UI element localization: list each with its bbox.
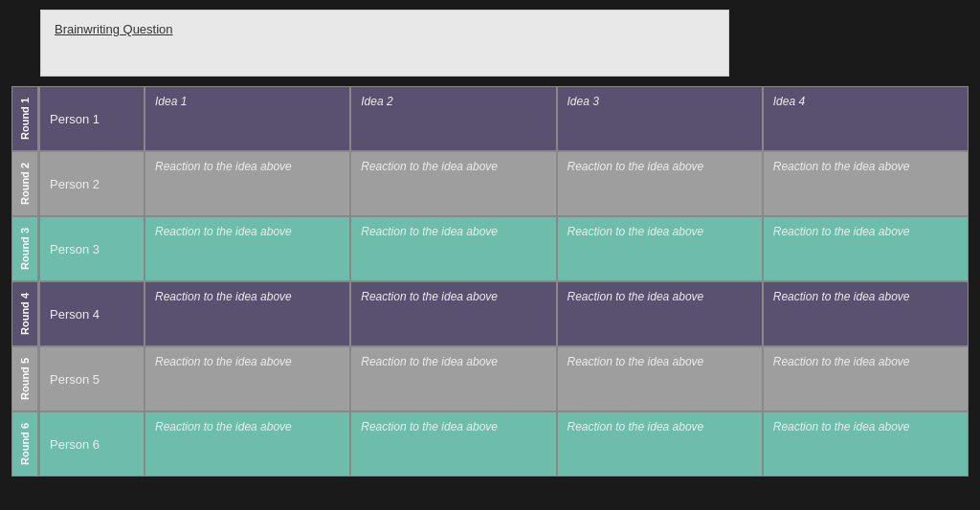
reaction-text-6-4: Reaction to the idea above bbox=[773, 420, 910, 433]
person-cell-5: Person 5 bbox=[39, 346, 145, 411]
reaction-text-3-1: Reaction to the idea above bbox=[155, 225, 292, 238]
reaction-text-6-2: Reaction to the idea above bbox=[361, 420, 498, 433]
idea-cell-1-4[interactable]: Idea 4 bbox=[763, 86, 969, 151]
reaction-text-4-3: Reaction to the idea above bbox=[568, 290, 704, 303]
reaction-text-3-3: Reaction to the idea above bbox=[568, 225, 704, 238]
round-label-1: Round 1 bbox=[11, 86, 38, 151]
main-container: Brainwriting Question Round 1 Round 2 Ro… bbox=[11, 10, 969, 477]
reaction-cell-5-4[interactable]: Reaction to the idea above bbox=[763, 346, 969, 411]
person-cell-1: Person 1 bbox=[39, 86, 145, 151]
person-cell-2: Person 2 bbox=[39, 151, 145, 216]
idea-text-1-4: Idea 4 bbox=[773, 95, 805, 108]
reaction-cell-3-2[interactable]: Reaction to the idea above bbox=[350, 216, 556, 281]
reaction-cell-2-1[interactable]: Reaction to the idea above bbox=[145, 151, 350, 216]
reaction-cell-5-1[interactable]: Reaction to the idea above bbox=[145, 346, 350, 411]
reaction-text-2-2: Reaction to the idea above bbox=[361, 160, 498, 173]
reaction-cell-4-4[interactable]: Reaction to the idea above bbox=[763, 281, 969, 346]
reaction-text-5-3: Reaction to the idea above bbox=[568, 355, 704, 368]
round-label-4: Round 4 bbox=[11, 281, 38, 346]
reaction-text-6-3: Reaction to the idea above bbox=[568, 420, 704, 433]
idea-text-1-1: Idea 1 bbox=[155, 95, 187, 108]
reaction-cell-2-3[interactable]: Reaction to the idea above bbox=[557, 151, 763, 216]
reaction-text-5-4: Reaction to the idea above bbox=[773, 355, 910, 368]
reaction-cell-2-2[interactable]: Reaction to the idea above bbox=[350, 151, 556, 216]
reaction-text-4-1: Reaction to the idea above bbox=[155, 290, 292, 303]
idea-cell-1-2[interactable]: Idea 2 bbox=[350, 86, 556, 151]
idea-text-1-3: Idea 3 bbox=[568, 95, 599, 108]
question-label: Brainwriting Question bbox=[55, 22, 173, 36]
reaction-text-2-1: Reaction to the idea above bbox=[155, 160, 292, 173]
person-name-1: Person 1 bbox=[50, 112, 100, 126]
reaction-cell-4-2[interactable]: Reaction to the idea above bbox=[350, 281, 556, 346]
round-label-5: Round 5 bbox=[11, 346, 38, 411]
reaction-cell-2-4[interactable]: Reaction to the idea above bbox=[763, 151, 969, 216]
reaction-text-3-2: Reaction to the idea above bbox=[361, 225, 498, 238]
person-name-6: Person 6 bbox=[50, 437, 100, 452]
reaction-cell-6-1[interactable]: Reaction to the idea above bbox=[145, 411, 350, 477]
person-name-2: Person 2 bbox=[50, 177, 100, 191]
reaction-text-5-2: Reaction to the idea above bbox=[361, 355, 498, 368]
reaction-text-5-1: Reaction to the idea above bbox=[155, 355, 292, 368]
reaction-cell-3-4[interactable]: Reaction to the idea above bbox=[763, 216, 969, 281]
reaction-cell-3-1[interactable]: Reaction to the idea above bbox=[145, 216, 350, 281]
reaction-cell-4-3[interactable]: Reaction to the idea above bbox=[557, 281, 763, 346]
round-label-2: Round 2 bbox=[11, 151, 38, 216]
reaction-cell-3-3[interactable]: Reaction to the idea above bbox=[557, 216, 763, 281]
reaction-text-6-1: Reaction to the idea above bbox=[155, 420, 292, 433]
reaction-cell-4-1[interactable]: Reaction to the idea above bbox=[145, 281, 350, 346]
reaction-cell-6-3[interactable]: Reaction to the idea above bbox=[557, 411, 763, 477]
person-cell-6: Person 6 bbox=[39, 411, 145, 477]
person-name-3: Person 3 bbox=[50, 242, 100, 256]
rounds-column: Round 1 Round 2 Round 3 Round 4 Round 5 … bbox=[11, 86, 38, 477]
reaction-text-3-4: Reaction to the idea above bbox=[773, 225, 910, 238]
reaction-cell-5-2[interactable]: Reaction to the idea above bbox=[350, 346, 556, 411]
table-wrapper: Round 1 Round 2 Round 3 Round 4 Round 5 … bbox=[11, 86, 969, 477]
round-label-6: Round 6 bbox=[11, 411, 38, 477]
reaction-cell-6-4[interactable]: Reaction to the idea above bbox=[763, 411, 969, 477]
idea-cell-1-1[interactable]: Idea 1 bbox=[145, 86, 350, 151]
reaction-text-4-4: Reaction to the idea above bbox=[773, 290, 910, 303]
reaction-text-2-4: Reaction to the idea above bbox=[773, 160, 910, 173]
person-name-4: Person 4 bbox=[50, 307, 100, 322]
person-cell-3: Person 3 bbox=[39, 216, 145, 281]
round-label-3: Round 3 bbox=[11, 216, 38, 281]
reaction-cell-5-3[interactable]: Reaction to the idea above bbox=[557, 346, 763, 411]
idea-text-1-2: Idea 2 bbox=[361, 95, 392, 108]
brainwriting-grid: Person 1 Idea 1 Idea 2 Idea 3 Idea 4 Per… bbox=[38, 86, 969, 477]
reaction-text-2-3: Reaction to the idea above bbox=[568, 160, 704, 173]
idea-cell-1-3[interactable]: Idea 3 bbox=[557, 86, 763, 151]
question-box[interactable]: Brainwriting Question bbox=[40, 10, 729, 77]
reaction-text-4-2: Reaction to the idea above bbox=[361, 290, 498, 303]
person-name-5: Person 5 bbox=[50, 372, 100, 387]
person-cell-4: Person 4 bbox=[39, 281, 145, 346]
reaction-cell-6-2[interactable]: Reaction to the idea above bbox=[350, 411, 556, 477]
